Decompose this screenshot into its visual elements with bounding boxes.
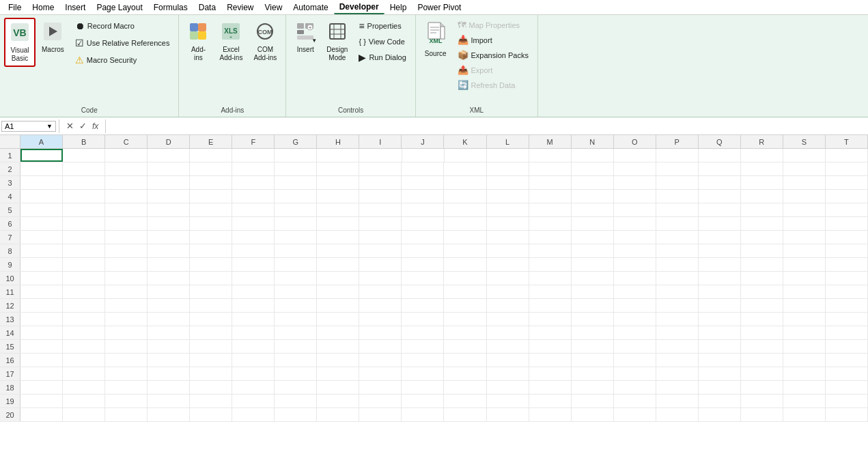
cell-H18[interactable] <box>317 381 359 394</box>
cell-A15[interactable] <box>20 340 63 353</box>
cell-Q9[interactable] <box>699 258 741 271</box>
cell-G13[interactable] <box>275 313 317 326</box>
cell-Q6[interactable] <box>699 217 741 230</box>
design-mode-button[interactable]: DesignMode <box>322 18 352 66</box>
cell-T7[interactable] <box>826 231 868 244</box>
cell-O4[interactable] <box>614 190 656 203</box>
cell-A18[interactable] <box>20 381 63 394</box>
cell-S17[interactable] <box>783 367 826 380</box>
cell-N10[interactable] <box>572 272 614 285</box>
cell-R11[interactable] <box>741 285 783 298</box>
col-header-C[interactable]: C <box>105 135 148 148</box>
row-header-1[interactable]: 1 <box>0 149 20 162</box>
cell-C2[interactable] <box>105 162 148 175</box>
cell-E13[interactable] <box>190 313 232 326</box>
cell-Q5[interactable] <box>699 203 741 216</box>
cell-I9[interactable] <box>359 258 402 271</box>
cell-Q8[interactable] <box>699 244 741 257</box>
cell-L13[interactable] <box>487 313 529 326</box>
cell-E5[interactable] <box>190 203 232 216</box>
cell-H17[interactable] <box>317 367 359 380</box>
cell-L14[interactable] <box>487 326 529 339</box>
cell-S4[interactable] <box>783 190 826 203</box>
cell-P2[interactable] <box>656 162 699 175</box>
cell-Q18[interactable] <box>699 381 741 394</box>
cell-F11[interactable] <box>232 285 275 298</box>
cell-R8[interactable] <box>741 244 783 257</box>
cell-D12[interactable] <box>148 299 190 312</box>
cell-N14[interactable] <box>572 326 614 339</box>
cell-A5[interactable] <box>20 203 63 216</box>
cell-C1[interactable] <box>105 149 148 162</box>
cell-L4[interactable] <box>487 190 529 203</box>
row-header-12[interactable]: 12 <box>0 299 20 312</box>
cell-O6[interactable] <box>614 217 656 230</box>
cell-M17[interactable] <box>529 367 572 380</box>
cell-N17[interactable] <box>572 367 614 380</box>
cell-D13[interactable] <box>148 313 190 326</box>
cell-T19[interactable] <box>826 395 868 407</box>
cell-R18[interactable] <box>741 381 783 394</box>
cell-P7[interactable] <box>656 231 699 244</box>
cell-M5[interactable] <box>529 203 572 216</box>
row-header-10[interactable]: 10 <box>0 272 20 285</box>
cell-J8[interactable] <box>402 244 444 257</box>
col-header-A[interactable]: A <box>20 135 63 148</box>
cell-R2[interactable] <box>741 162 783 175</box>
col-header-J[interactable]: J <box>402 135 444 148</box>
cell-J17[interactable] <box>402 367 444 380</box>
cell-B11[interactable] <box>63 285 105 298</box>
cell-P3[interactable] <box>656 176 699 189</box>
cell-K1[interactable] <box>445 149 487 162</box>
cell-E4[interactable] <box>190 190 232 203</box>
cell-H9[interactable] <box>317 258 359 271</box>
cell-N19[interactable] <box>572 395 614 407</box>
cell-H10[interactable] <box>317 272 359 285</box>
cell-A7[interactable] <box>20 231 63 244</box>
cell-R3[interactable] <box>741 176 783 189</box>
cell-C10[interactable] <box>105 272 148 285</box>
cell-Q20[interactable] <box>699 408 741 421</box>
cell-R19[interactable] <box>741 395 783 407</box>
cell-D3[interactable] <box>148 176 190 189</box>
cell-K4[interactable] <box>444 190 486 203</box>
add-ins-button[interactable]: Add-ins <box>183 18 213 66</box>
cell-K15[interactable] <box>444 340 486 353</box>
cell-N18[interactable] <box>572 381 614 394</box>
cell-M20[interactable] <box>529 408 572 421</box>
cell-G7[interactable] <box>275 231 317 244</box>
cell-I2[interactable] <box>359 162 402 175</box>
cell-O13[interactable] <box>614 313 656 326</box>
cell-P15[interactable] <box>656 340 699 353</box>
cell-A4[interactable] <box>20 190 63 203</box>
cell-O10[interactable] <box>614 272 656 285</box>
cell-Q11[interactable] <box>699 285 741 298</box>
excel-add-ins-button[interactable]: XLS + ExcelAdd-ins <box>214 18 247 66</box>
cell-E2[interactable] <box>190 162 232 175</box>
cell-C15[interactable] <box>105 340 148 353</box>
cell-G20[interactable] <box>275 408 317 421</box>
cell-E6[interactable] <box>190 217 232 230</box>
cell-B6[interactable] <box>63 217 105 230</box>
row-header-8[interactable]: 8 <box>0 244 20 257</box>
cell-I11[interactable] <box>359 285 402 298</box>
cell-B4[interactable] <box>63 190 105 203</box>
row-header-5[interactable]: 5 <box>0 203 20 216</box>
cell-O5[interactable] <box>614 203 656 216</box>
cell-R20[interactable] <box>741 408 783 421</box>
cell-I16[interactable] <box>359 354 402 367</box>
visual-basic-button[interactable]: VB VisualBasic <box>4 18 36 67</box>
cell-C19[interactable] <box>105 395 148 407</box>
cell-E16[interactable] <box>190 354 232 367</box>
cell-F5[interactable] <box>232 203 275 216</box>
cell-K12[interactable] <box>444 299 486 312</box>
col-header-Q[interactable]: Q <box>699 135 741 148</box>
cell-O15[interactable] <box>614 340 656 353</box>
cell-G18[interactable] <box>275 381 317 394</box>
cell-K11[interactable] <box>444 285 486 298</box>
cell-C7[interactable] <box>105 231 148 244</box>
cell-N12[interactable] <box>572 299 614 312</box>
cell-D19[interactable] <box>148 395 190 407</box>
cell-J15[interactable] <box>402 340 444 353</box>
cell-S18[interactable] <box>783 381 826 394</box>
